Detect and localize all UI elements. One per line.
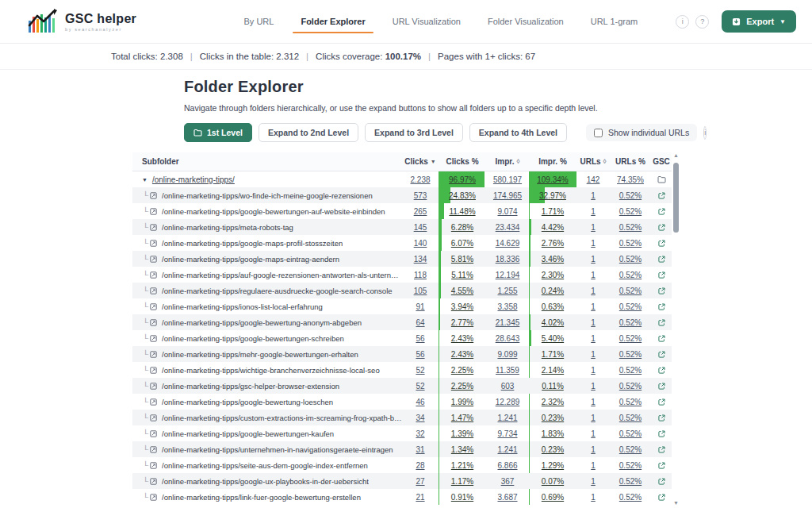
urls-value-link[interactable]: 1 — [591, 207, 596, 216]
collapse-icon[interactable]: ▼ — [142, 177, 147, 183]
tab-by-url[interactable]: By URL — [243, 1, 276, 42]
impressions-pct-link[interactable]: 109.34% — [537, 175, 568, 184]
impressions-pct-link[interactable]: 5.40% — [542, 334, 564, 343]
column-header-subfolder[interactable]: Subfolder — [132, 157, 402, 166]
gsc-external-link-icon[interactable] — [658, 256, 665, 263]
column-header-clicks[interactable]: Clicks % — [439, 157, 486, 166]
tab-url-visualization[interactable]: URL Visualization — [391, 1, 462, 42]
impressions-pct-link[interactable]: 1.71% — [542, 350, 564, 359]
subfolder-path[interactable]: /online-marketing-tipps/google-bewertung… — [162, 429, 334, 438]
scrollbar-down-icon[interactable]: ▼ — [673, 500, 679, 506]
1st-level-button[interactable]: 1st Level — [184, 123, 252, 142]
table-row[interactable]: ▼/online-marketing-tipps/2.23896.97%580.… — [132, 171, 672, 187]
tab-folder-visualization[interactable]: Folder Visualization — [486, 1, 565, 42]
urls-pct-link[interactable]: 0.52% — [619, 461, 642, 470]
gsc-external-link-icon[interactable] — [658, 192, 665, 199]
gsc-external-link-icon[interactable] — [658, 351, 665, 358]
impressions-value-link[interactable]: 12.194 — [496, 271, 520, 279]
impressions-pct-link[interactable]: 2.76% — [542, 239, 564, 248]
clicks-value-link[interactable]: 56 — [416, 334, 424, 343]
table-row[interactable]: └/online-marketing-tipps/google-bewertun… — [132, 314, 672, 330]
table-row[interactable]: └/online-marketing-tipps/google-bewertun… — [132, 203, 672, 219]
subfolder-path[interactable]: /online-marketing-tipps/google-bewertung… — [162, 398, 333, 406]
table-row[interactable]: └/online-marketing-tipps/link-fuer-googl… — [132, 489, 672, 505]
sort-desc-icon[interactable]: ▼ — [431, 159, 436, 164]
urls-value-link[interactable]: 1 — [591, 493, 596, 502]
clicks-value-link[interactable]: 140 — [414, 239, 427, 248]
impressions-value-link[interactable]: 6.866 — [497, 461, 517, 470]
table-row[interactable]: └/online-marketing-tipps/meta-robots-tag… — [132, 219, 672, 235]
table-row[interactable]: └/online-marketing-tipps/seite-aus-dem-g… — [132, 457, 672, 473]
gsc-external-link-icon[interactable] — [658, 494, 665, 501]
urls-pct-link[interactable]: 0.52% — [619, 350, 642, 359]
urls-pct-link[interactable]: 0.52% — [619, 302, 642, 311]
urls-pct-link[interactable]: 0.52% — [619, 255, 642, 264]
expand-to-3rd-level-button[interactable]: Expand to 3rd Level — [365, 123, 463, 142]
urls-pct-link[interactable]: 0.52% — [619, 429, 642, 438]
subfolder-path[interactable]: /online-marketing-tipps/google-bewertung… — [162, 207, 385, 216]
urls-value-link[interactable]: 1 — [591, 255, 596, 264]
show-individual-urls-toggle[interactable]: Show individual URLs — [586, 124, 697, 141]
impressions-pct-link[interactable]: 1.29% — [542, 461, 564, 470]
impressions-value-link[interactable]: 28.643 — [496, 334, 520, 343]
urls-value-link[interactable]: 1 — [591, 223, 596, 232]
clicks-pct-link[interactable]: 11.48% — [449, 207, 475, 216]
urls-pct-link[interactable]: 0.52% — [619, 398, 642, 406]
impressions-pct-link[interactable]: 2.32% — [542, 398, 564, 406]
urls-info-icon[interactable]: i — [703, 126, 707, 140]
urls-value-link[interactable]: 1 — [591, 191, 596, 200]
tab-folder-explorer[interactable]: Folder Explorer — [299, 1, 366, 42]
subfolder-path[interactable]: /online-marketing-tipps/google-maps-eint… — [162, 255, 339, 264]
clicks-value-link[interactable]: 21 — [416, 493, 424, 502]
clicks-pct-link[interactable]: 5.81% — [451, 255, 473, 264]
column-header-clicks[interactable]: Clicks▼ — [402, 157, 439, 166]
expand-to-4th-level-button[interactable]: Expand to 4th Level — [469, 123, 567, 142]
clicks-value-link[interactable]: 34 — [416, 414, 424, 422]
urls-value-link[interactable]: 1 — [591, 382, 596, 391]
gsc-external-link-icon[interactable] — [658, 335, 665, 342]
clicks-value-link[interactable]: 56 — [416, 350, 424, 359]
subfolder-path[interactable]: /online-marketing-tipps/seite-aus-dem-go… — [162, 461, 368, 470]
subfolder-path[interactable]: /online-marketing-tipps/google-bewertung… — [162, 334, 344, 343]
clicks-pct-link[interactable]: 24.83% — [449, 191, 476, 200]
urls-value-link[interactable]: 1 — [591, 271, 596, 279]
impressions-pct-link[interactable]: 3.46% — [542, 255, 564, 264]
impressions-pct-link[interactable]: 0.63% — [542, 302, 564, 311]
clicks-value-link[interactable]: 46 — [416, 398, 424, 406]
clicks-pct-link[interactable]: 6.28% — [451, 223, 473, 232]
subfolder-path[interactable]: /online-marketing-tipps/google-maps-prof… — [162, 239, 343, 248]
scrollbar-up-icon[interactable]: ▲ — [673, 152, 679, 159]
gsc-external-link-icon[interactable] — [658, 319, 665, 326]
clicks-pct-link[interactable]: 6.07% — [451, 239, 473, 248]
clicks-value-link[interactable]: 91 — [416, 302, 424, 311]
expand-to-2nd-level-button[interactable]: Expand to 2nd Level — [259, 123, 358, 142]
impressions-pct-link[interactable]: 2.30% — [542, 271, 564, 279]
subfolder-path[interactable]: /online-marketing-tipps/google-ux-playbo… — [162, 477, 369, 486]
column-header-urls[interactable]: URLs◊ — [576, 157, 610, 166]
sort-icon[interactable]: ◊ — [516, 158, 519, 165]
table-row[interactable]: └/online-marketing-tipps/auf-google-reze… — [132, 267, 672, 283]
impressions-pct-link[interactable]: 1.71% — [542, 207, 564, 216]
impressions-value-link[interactable]: 11.359 — [496, 366, 519, 375]
clicks-value-link[interactable]: 118 — [414, 271, 427, 279]
impressions-value-link[interactable]: 18.336 — [496, 255, 520, 264]
table-row[interactable]: └/online-marketing-tipps/ionos-list-loca… — [132, 298, 672, 314]
urls-pct-link[interactable]: 0.52% — [619, 366, 642, 375]
table-row[interactable]: └/online-marketing-tipps/regulaere-ausdr… — [132, 283, 672, 298]
table-row[interactable]: └/online-marketing-tipps/unternehmen-in-… — [132, 441, 672, 457]
urls-pct-link[interactable]: 0.52% — [619, 318, 642, 327]
impressions-pct-link[interactable]: 2.14% — [542, 366, 564, 375]
table-row[interactable]: └/online-marketing-tipps/google-bewertun… — [132, 330, 672, 346]
clicks-pct-link[interactable]: 1.34% — [451, 445, 473, 454]
impressions-value-link[interactable]: 9.074 — [497, 207, 517, 216]
impressions-pct-link[interactable]: 0.07% — [542, 477, 564, 486]
urls-pct-link[interactable]: 0.52% — [619, 382, 642, 391]
clicks-pct-link[interactable]: 2.43% — [451, 334, 473, 343]
urls-pct-link[interactable]: 0.52% — [619, 223, 642, 232]
urls-value-link[interactable]: 1 — [591, 414, 596, 422]
gsc-external-link-icon[interactable] — [658, 398, 665, 406]
scrollbar-thumb[interactable] — [673, 163, 679, 233]
urls-value-link[interactable]: 1 — [591, 477, 596, 486]
impressions-value-link[interactable]: 580.197 — [493, 175, 522, 184]
impressions-value-link[interactable]: 14.629 — [496, 239, 520, 248]
